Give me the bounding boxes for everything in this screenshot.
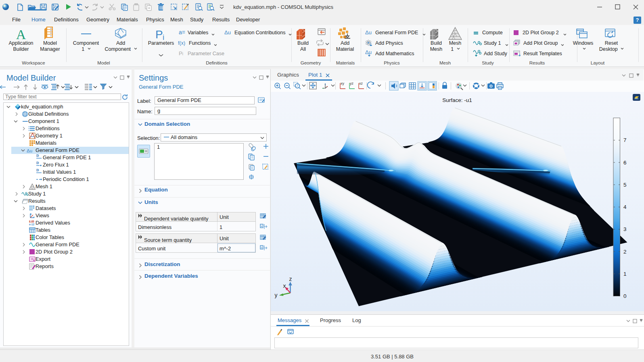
svg-text:Δu: Δu (365, 30, 372, 35)
svg-text:f(x): f(x) (178, 40, 185, 46)
svg-text:a=: a= (179, 30, 185, 35)
svg-text:2: 2 (623, 249, 627, 255)
svg-text:D: D (36, 154, 39, 158)
svg-text:Pi: Pi (179, 51, 183, 56)
svg-text:1: 1 (623, 271, 627, 277)
svg-text:4: 4 (623, 204, 627, 210)
svg-text:D: D (36, 168, 39, 172)
svg-text:Surface: -u1: Surface: -u1 (442, 97, 472, 103)
svg-text:Δu: Δu (224, 30, 231, 35)
svg-text:Δu: Δu (365, 50, 372, 55)
svg-text:3: 3 (623, 226, 627, 232)
svg-text:xz: xz (359, 81, 363, 85)
svg-text:0: 0 (623, 293, 627, 299)
svg-text:5: 5 (623, 182, 627, 188)
svg-text:x: x (283, 283, 286, 289)
svg-text:Δu: Δu (27, 148, 32, 153)
svg-text:D: D (36, 161, 39, 165)
svg-text:z: z (289, 276, 292, 282)
svg-text:7: 7 (623, 137, 627, 143)
svg-text:y: y (275, 292, 278, 298)
svg-text:xy: xy (341, 81, 345, 85)
svg-text:yz: yz (350, 81, 354, 85)
svg-text:6: 6 (623, 160, 627, 166)
svg-text:8.85: 8.85 (29, 220, 34, 223)
svg-text:e-12: e-12 (29, 223, 34, 226)
